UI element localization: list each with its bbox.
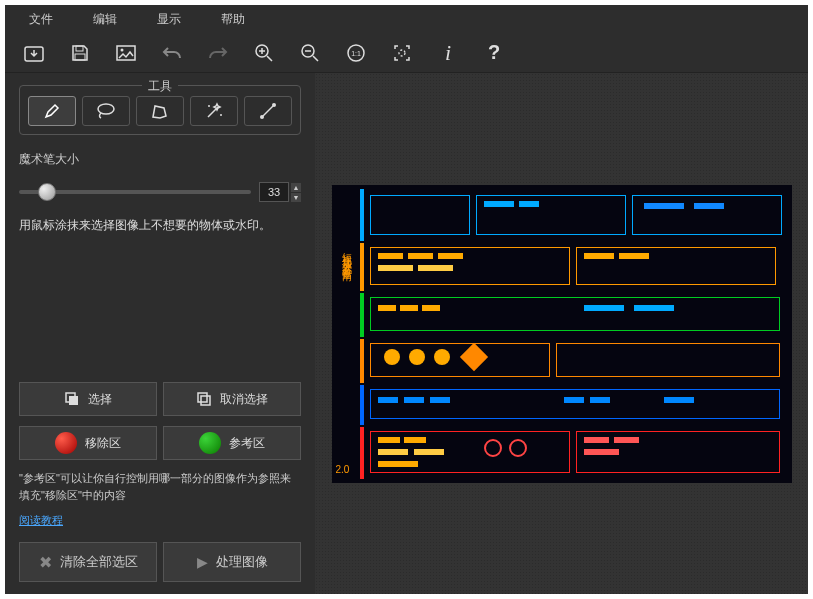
image-vertical-label: 短视频从业者必备指南: [338, 245, 354, 265]
zoom-actual-button[interactable]: 1:1: [339, 36, 373, 70]
tutorial-link[interactable]: 阅读教程: [19, 513, 301, 528]
image-version: 2.0: [336, 464, 350, 475]
zoom-in-button[interactable]: [247, 36, 281, 70]
info-button[interactable]: i: [431, 36, 465, 70]
clear-all-button[interactable]: ✖清除全部选区: [19, 542, 157, 582]
brush-size-input[interactable]: [259, 182, 289, 202]
tool-magic-wand[interactable]: [190, 96, 238, 126]
open-button[interactable]: [17, 36, 51, 70]
help-button[interactable]: ?: [477, 36, 511, 70]
zoom-fit-button[interactable]: [385, 36, 419, 70]
redo-button[interactable]: [201, 36, 235, 70]
svg-point-9: [399, 50, 405, 56]
side-panel: 工具 魔术笔大小 ▲▼ 用鼠标涂抹来选择图像上不: [5, 73, 315, 594]
process-button[interactable]: ▶处理图像: [163, 542, 301, 582]
zoom-out-button[interactable]: [293, 36, 327, 70]
svg-point-10: [98, 104, 114, 114]
menu-edit[interactable]: 编辑: [73, 7, 137, 32]
tool-group: 工具: [19, 85, 301, 135]
tool-hint: 用鼠标涂抹来选择图像上不想要的物体或水印。: [19, 216, 301, 235]
image-button[interactable]: [109, 36, 143, 70]
menu-view[interactable]: 显示: [137, 7, 201, 32]
play-icon: ▶: [197, 554, 208, 570]
tool-line[interactable]: [244, 96, 292, 126]
select-button[interactable]: 选择: [19, 382, 157, 416]
tool-polygon[interactable]: [136, 96, 184, 126]
green-dot-icon: [199, 432, 221, 454]
ref-zone-button[interactable]: 参考区: [163, 426, 301, 460]
brush-size-spinner[interactable]: ▲▼: [291, 183, 301, 202]
svg-rect-2: [75, 54, 85, 60]
toolbar: 1:1 i ?: [5, 33, 808, 73]
preview-image: 短视频从业者必备指南 2.0: [332, 185, 792, 483]
svg-rect-17: [198, 393, 207, 402]
svg-point-11: [208, 105, 210, 107]
tool-legend: 工具: [142, 78, 178, 95]
tool-lasso[interactable]: [82, 96, 130, 126]
svg-text:1:1: 1:1: [351, 50, 361, 57]
brush-size-slider[interactable]: [19, 183, 251, 201]
remove-zone-button[interactable]: 移除区: [19, 426, 157, 460]
tool-marker[interactable]: [28, 96, 76, 126]
red-dot-icon: [55, 432, 77, 454]
svg-rect-18: [201, 396, 210, 405]
menubar: 文件 编辑 显示 帮助: [5, 5, 808, 33]
svg-point-4: [121, 48, 124, 51]
menu-file[interactable]: 文件: [9, 7, 73, 32]
canvas-area[interactable]: 短视频从业者必备指南 2.0: [315, 73, 808, 594]
svg-point-12: [220, 114, 222, 116]
menu-help[interactable]: 帮助: [201, 7, 265, 32]
undo-button[interactable]: [155, 36, 189, 70]
save-button[interactable]: [63, 36, 97, 70]
zone-note: "参考区"可以让你自行控制用哪一部分的图像作为参照来填充"移除区"中的内容: [19, 470, 301, 503]
x-icon: ✖: [39, 553, 52, 572]
brush-size-label: 魔术笔大小: [19, 151, 301, 168]
svg-rect-16: [69, 396, 78, 405]
deselect-button[interactable]: 取消选择: [163, 382, 301, 416]
